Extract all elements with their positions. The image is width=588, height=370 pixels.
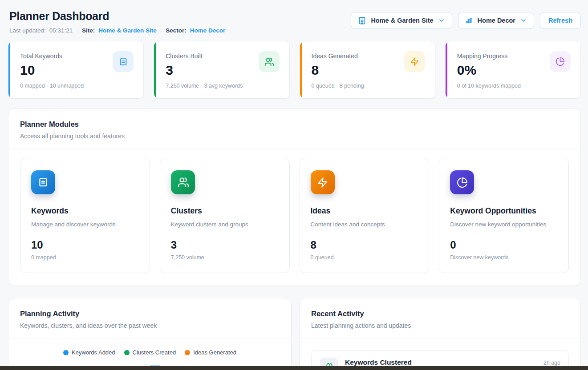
modules-panel-header: Planner Modules Access all planning tool… bbox=[8, 109, 580, 149]
sector-selector-value: Home Decor bbox=[478, 17, 515, 24]
module-description: Discover new keyword opportunities bbox=[450, 221, 558, 228]
legend-label: Keywords Added bbox=[72, 349, 115, 356]
module-value: 8 bbox=[311, 239, 418, 251]
activity-panel-subtitle: Keywords, clusters, and ideas over the p… bbox=[20, 322, 280, 329]
module-subtext: 0 queued bbox=[311, 254, 418, 261]
modules-panel-subtitle: Access all planning tools and features bbox=[20, 133, 569, 140]
site-label: Site: bbox=[82, 27, 95, 34]
module-title: Clusters bbox=[171, 206, 279, 216]
legend-item-ideas-generated[interactable]: Ideas Generated bbox=[185, 349, 236, 356]
stat-accent-bar bbox=[300, 41, 302, 98]
bar-chart-icon bbox=[465, 16, 473, 24]
activity-panel-title: Planning Activity bbox=[20, 310, 280, 318]
stat-card-clusters-built: Clusters Built 3 7,250 volume · 3 avg ke… bbox=[154, 41, 289, 99]
module-card-ideas[interactable]: Ideas Content ideas and concepts 8 0 que… bbox=[300, 158, 430, 273]
sector-label: Sector: bbox=[166, 27, 187, 34]
recent-item-timestamp: 2h ago bbox=[543, 360, 560, 366]
site-selector-value: Home & Garden Site bbox=[371, 17, 433, 24]
recent-item-title: Keywords Clustered bbox=[345, 358, 412, 366]
legend-dot-blue bbox=[63, 350, 69, 355]
stats-row: Total Keywords 10 0 mapped · 10 unmapped… bbox=[0, 34, 588, 99]
module-title: Ideas bbox=[311, 206, 418, 216]
recent-activity-panel: Recent Activity Latest planning actions … bbox=[299, 298, 581, 370]
users-icon bbox=[171, 170, 195, 194]
module-title: Keyword Opportunities bbox=[450, 206, 558, 216]
stat-accent-bar bbox=[154, 41, 156, 98]
legend-dot-green bbox=[124, 350, 130, 355]
recent-panel-header: Recent Activity Latest planning actions … bbox=[300, 298, 580, 338]
document-icon bbox=[31, 170, 55, 194]
module-description: Manage and discover keywords bbox=[31, 221, 139, 228]
sector-link[interactable]: Home Decor bbox=[190, 27, 226, 34]
module-value: 0 bbox=[450, 239, 558, 251]
modules-panel-title: Planner Modules bbox=[20, 120, 569, 129]
chevron-down-icon bbox=[438, 17, 445, 24]
legend-label: Ideas Generated bbox=[193, 349, 236, 356]
module-subtext: 7,250 volume bbox=[171, 254, 279, 261]
modules-row: Keywords Manage and discover keywords 10… bbox=[8, 149, 580, 286]
module-subtext: 0 mapped bbox=[31, 254, 139, 261]
building-icon bbox=[358, 16, 366, 25]
stat-card-total-keywords: Total Keywords 10 0 mapped · 10 unmapped bbox=[8, 41, 144, 99]
planning-activity-panel: Planning Activity Keywords, clusters, an… bbox=[8, 298, 292, 370]
module-card-keyword-opportunities[interactable]: Keyword Opportunities Discover new keywo… bbox=[439, 158, 569, 273]
topbar: Planner Dashboard Last updated: 05:31:21… bbox=[0, 0, 588, 34]
legend-item-clusters-created[interactable]: Clusters Created bbox=[124, 349, 176, 356]
planner-modules-panel: Planner Modules Access all planning tool… bbox=[8, 109, 581, 286]
recent-item-top: Keywords Clustered 2h ago bbox=[345, 358, 560, 366]
pie-chart-icon bbox=[550, 51, 571, 72]
legend-dot-orange bbox=[185, 350, 190, 355]
site-selector-dropdown[interactable]: Home & Garden Site bbox=[351, 12, 452, 29]
module-subtext: Discover new keywords bbox=[450, 254, 558, 261]
module-card-keywords[interactable]: Keywords Manage and discover keywords 10… bbox=[20, 158, 150, 273]
activity-panel-header: Planning Activity Keywords, clusters, an… bbox=[8, 298, 291, 338]
taskbar-edge bbox=[0, 366, 588, 370]
last-updated-value: 05:31:21 bbox=[49, 27, 73, 34]
stat-accent-bar bbox=[8, 41, 10, 98]
planner-dashboard-page: Planner Dashboard Last updated: 05:31:21… bbox=[0, 0, 588, 370]
users-icon bbox=[259, 51, 280, 72]
meta-separator: · bbox=[76, 27, 78, 34]
topbar-left: Planner Dashboard Last updated: 05:31:21… bbox=[9, 10, 225, 34]
stat-subtext: 0 queued · 8 pending bbox=[312, 83, 425, 89]
recent-panel-title: Recent Activity bbox=[311, 310, 569, 318]
pie-chart-icon bbox=[450, 170, 474, 194]
module-title: Keywords bbox=[31, 206, 139, 216]
divider bbox=[8, 338, 291, 338]
site-link[interactable]: Home & Garden Site bbox=[98, 27, 157, 34]
legend-item-keywords-added[interactable]: Keywords Added bbox=[63, 349, 115, 356]
recent-panel-subtitle: Latest planning actions and updates bbox=[311, 322, 569, 329]
bottom-row: Planning Activity Keywords, clusters, an… bbox=[0, 286, 588, 370]
lightning-icon bbox=[311, 170, 335, 194]
stat-accent-bar bbox=[446, 41, 447, 98]
page-title: Planner Dashboard bbox=[9, 10, 225, 23]
meta-separator: · bbox=[160, 27, 162, 34]
module-description: Keyword clusters and groups bbox=[171, 221, 279, 228]
lightning-icon bbox=[404, 51, 425, 72]
chevron-down-icon bbox=[520, 17, 527, 24]
stat-subtext: 0 of 10 keywords mapped bbox=[457, 83, 571, 89]
legend-label: Clusters Created bbox=[133, 349, 176, 356]
document-icon bbox=[113, 51, 134, 72]
stat-subtext: 7,250 volume · 3 avg keywords bbox=[166, 83, 279, 89]
module-value: 10 bbox=[31, 239, 139, 251]
stat-subtext: 0 mapped · 10 unmapped bbox=[20, 83, 134, 89]
chart-legend: Keywords Added Clusters Created Ideas Ge… bbox=[8, 349, 291, 356]
stat-card-mapping-progress: Mapping Progress 0% 0 of 10 keywords map… bbox=[445, 41, 581, 99]
topbar-controls: Home & Garden Site Home Decor Refresh bbox=[351, 10, 581, 34]
module-description: Content ideas and concepts bbox=[311, 221, 418, 228]
module-card-clusters[interactable]: Clusters Keyword clusters and groups 3 7… bbox=[160, 158, 290, 273]
module-value: 3 bbox=[171, 239, 279, 251]
last-updated-label: Last updated: bbox=[9, 27, 46, 34]
divider bbox=[300, 338, 580, 338]
stat-card-ideas-generated: Ideas Generated 8 0 queued · 8 pending bbox=[300, 41, 435, 99]
sector-selector-dropdown[interactable]: Home Decor bbox=[458, 12, 534, 29]
breadcrumb-meta: Last updated: 05:31:21 · Site: Home & Ga… bbox=[9, 27, 225, 34]
refresh-button[interactable]: Refresh bbox=[540, 12, 581, 29]
